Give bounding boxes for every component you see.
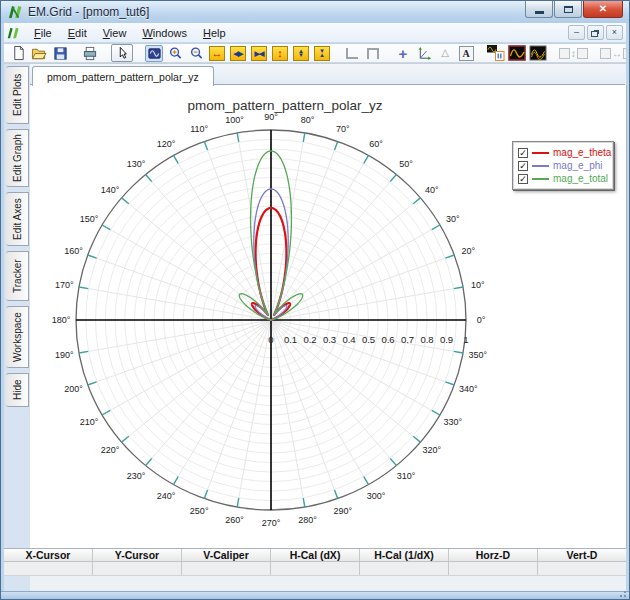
angle-label: 210°: [80, 417, 99, 427]
dark-plot-yellow-icon[interactable]: [529, 45, 547, 62]
fit-horizontal-group-icon[interactable]: ↔: [600, 45, 626, 62]
sidebar-item-edit-plots[interactable]: Edit Plots: [6, 66, 29, 124]
angle-label: 270°: [262, 518, 281, 528]
v-arrows-out-icon[interactable]: ▲ ▼: [292, 45, 310, 62]
app-logo-icon-small: [6, 26, 20, 40]
status-value: [449, 562, 538, 575]
mdi-window-controls: – ×: [568, 25, 623, 40]
h-arrows-out-icon[interactable]: ◀▶: [229, 45, 247, 62]
tab-pmom-pattern-polar-yz[interactable]: pmom_pattern_pattern_polar_yz: [32, 66, 214, 86]
corner-top-icon[interactable]: [364, 45, 382, 62]
status-col-x-cursor: X-Cursor: [4, 549, 93, 561]
status-col-vert-d: Vert-D: [538, 549, 626, 561]
angle-label: 290°: [334, 506, 353, 516]
chart-title: pmom_pattern_pattern_polar_yz: [30, 98, 540, 113]
angle-label: 310°: [397, 471, 416, 481]
sidebar-item-hide[interactable]: Hide: [6, 373, 29, 407]
angle-label: 140°: [101, 185, 120, 195]
radial-tick-label: 0.8: [420, 334, 433, 345]
dark-plot-red-icon[interactable]: [508, 45, 526, 62]
menu-view[interactable]: View: [95, 25, 135, 41]
menu-edit[interactable]: Edit: [60, 25, 95, 41]
sidebar-item-edit-graph[interactable]: Edit Graph: [6, 129, 29, 187]
sidebar-item-tracker[interactable]: Tracker: [6, 251, 29, 301]
angle-label: 230°: [127, 471, 146, 481]
legend-checkbox-theta[interactable]: ✓: [518, 148, 528, 158]
v-expand-icon[interactable]: ↕: [271, 45, 289, 62]
open-file-icon[interactable]: [30, 45, 48, 62]
radial-tick-label: 0.9: [440, 334, 453, 345]
split-plot-icon[interactable]: [487, 45, 505, 62]
angle-label: 50°: [399, 159, 413, 169]
save-icon[interactable]: [51, 45, 69, 62]
plot-select-icon[interactable]: [145, 45, 163, 62]
legend-line-sample: [532, 165, 549, 167]
menu-file[interactable]: File: [26, 25, 60, 41]
fit-vertical-group-icon[interactable]: ↕: [559, 45, 588, 62]
close-button[interactable]: ✕: [583, 1, 623, 18]
angle-label: 250°: [190, 506, 209, 516]
angle-label: 60°: [369, 139, 383, 149]
zoom-out-icon[interactable]: [187, 45, 205, 62]
status-value-row: [4, 562, 626, 576]
sidebar-item-edit-axes[interactable]: Edit Axes: [6, 192, 29, 246]
document-tab-bar: pmom_pattern_pattern_polar_yz: [30, 64, 625, 85]
radial-tick-label: 0.3: [323, 334, 336, 345]
legend: ✓ mag_e_theta ✓ mag_e_phi ✓ mag_e_total: [512, 141, 614, 190]
minimize-button[interactable]: [525, 1, 553, 18]
angle-label: 240°: [157, 491, 176, 501]
angle-label: 120°: [157, 139, 176, 149]
app-logo-icon: [7, 4, 23, 20]
angle-label: 200°: [64, 384, 83, 394]
radial-tick-label: 0.7: [401, 334, 414, 345]
print-icon[interactable]: [81, 45, 99, 62]
menu-windows[interactable]: Windows: [134, 25, 195, 41]
legend-item-phi: ✓ mag_e_phi: [518, 159, 608, 172]
mdi-minimize-button[interactable]: –: [568, 25, 585, 40]
status-col-horz-d: Horz-D: [449, 549, 538, 561]
mdi-close-button[interactable]: ×: [606, 25, 623, 40]
zoom-in-icon[interactable]: [166, 45, 184, 62]
mdi-restore-button[interactable]: [587, 25, 604, 40]
status-value: [538, 562, 626, 575]
resize-grip[interactable]: [624, 595, 626, 597]
v-arrows-in-icon[interactable]: ▼ ▲: [313, 45, 331, 62]
status-value: [182, 562, 271, 575]
window-bottom-frame: [1, 591, 629, 599]
legend-line-sample: [532, 178, 549, 180]
angle-label: 130°: [127, 159, 146, 169]
legend-checkbox-total[interactable]: ✓: [518, 174, 528, 184]
angle-label: 340°: [459, 384, 478, 394]
angle-label: 330°: [444, 417, 463, 427]
legend-checkbox-phi[interactable]: ✓: [518, 161, 528, 171]
status-value: [4, 562, 93, 575]
radial-tick-label: 0.5: [362, 334, 375, 345]
corner-bottom-left-icon[interactable]: [343, 45, 361, 62]
legend-item-theta: ✓ mag_e_theta: [518, 146, 608, 159]
legend-label: mag_e_phi: [553, 161, 602, 171]
angle-label: 220°: [101, 445, 120, 455]
mdi-restore-icon: [591, 31, 598, 37]
axes-tool-icon[interactable]: [415, 45, 433, 62]
angle-label: 100°: [225, 115, 244, 125]
maximize-button[interactable]: [554, 1, 582, 18]
status-value: [271, 562, 360, 575]
text-label-icon[interactable]: A: [457, 45, 475, 62]
menu-help[interactable]: Help: [195, 25, 234, 41]
triangle-marker-icon[interactable]: △: [436, 45, 454, 62]
legend-label: mag_e_theta: [553, 148, 611, 158]
legend-label: mag_e_total: [553, 174, 608, 184]
angle-label: 300°: [367, 491, 386, 501]
new-document-icon[interactable]: [9, 45, 27, 62]
angle-label: 190°: [55, 350, 74, 360]
h-arrows-in-icon[interactable]: ▶◀: [250, 45, 268, 62]
pointer-tool-icon[interactable]: [111, 44, 133, 62]
legend-line-sample: [532, 152, 549, 154]
angle-label: 40°: [425, 185, 439, 195]
radial-tick-label: 0.1: [284, 334, 297, 345]
mdi-close-icon: ×: [612, 28, 617, 37]
status-col-v-caliper: V-Caliper: [182, 549, 271, 561]
sidebar-item-workspace[interactable]: Workspace: [6, 306, 29, 368]
crosshair-icon[interactable]: +: [394, 45, 412, 62]
h-expand-icon[interactable]: ↔: [208, 45, 226, 62]
